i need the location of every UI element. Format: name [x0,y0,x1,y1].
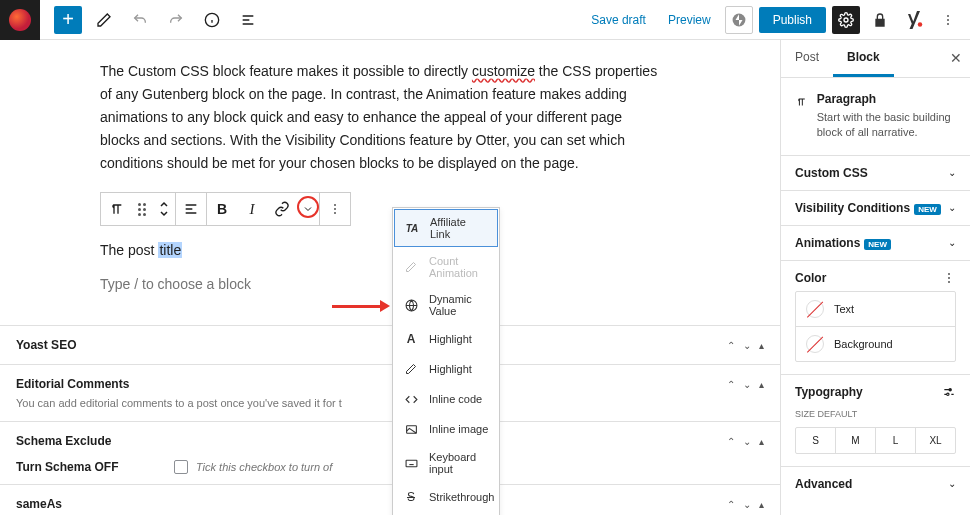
info-icon[interactable] [198,6,226,34]
schema-checkbox[interactable] [174,460,188,474]
dropdown-item-highlight[interactable]: Highlight [393,354,499,384]
paragraph-type-icon[interactable] [101,193,131,225]
close-sidebar-icon[interactable]: ✕ [950,50,962,66]
toolbar-right: Save draft Preview Publish [583,6,962,34]
globe-icon [403,297,419,313]
background-color-button[interactable]: Background [796,327,955,361]
svg-point-2 [844,18,848,22]
yoast-icon[interactable] [900,6,928,34]
edit-mode-icon[interactable] [90,6,118,34]
expand-down-icon[interactable]: ⌄ [743,340,751,351]
typography-panel[interactable]: Typography [781,375,970,403]
size-xl[interactable]: XL [916,428,955,453]
strike-icon: S [403,489,419,505]
more-options-icon[interactable] [934,6,962,34]
swatch-empty-icon [806,300,824,318]
schema-panel[interactable]: Schema Exclude ⌃ ⌄ ▴ [0,421,780,460]
dropdown-item-inline-image[interactable]: Inline image [393,414,499,444]
content-paragraph[interactable]: The Custom CSS block feature makes it po… [100,60,660,175]
sidebar-tabs: Post Block ✕ [781,40,970,78]
settings-sidebar: Post Block ✕ Paragraph Start with the ba… [780,40,970,515]
svg-point-3 [918,22,923,27]
plugin-icon-1[interactable] [866,6,894,34]
main-area: The Custom CSS block feature makes it po… [0,40,970,515]
tab-block[interactable]: Block [833,40,894,77]
redo-icon[interactable] [162,6,190,34]
collapse-up-icon[interactable]: ⌃ [727,379,735,390]
settings-icon[interactable] [832,6,860,34]
chevron-down-icon: ⌄ [948,202,956,213]
block-toolbar: B I [100,192,351,226]
publish-button[interactable]: Publish [759,7,826,33]
collapse-up-icon[interactable]: ⌃ [727,340,735,351]
custom-css-panel[interactable]: Custom CSS ⌄ [781,156,970,190]
pen-icon [403,259,419,275]
dropdown-item-inline-code[interactable]: Inline code [393,384,499,414]
expand-down-icon[interactable]: ⌄ [743,499,751,510]
italic-button[interactable]: I [237,193,267,225]
toolbar-left: + [0,0,262,40]
align-icon[interactable] [176,193,206,225]
advanced-panel[interactable]: Advanced ⌄ [781,467,970,501]
block-options-icon[interactable] [320,193,350,225]
paragraph-icon [795,92,807,112]
schema-toggle-row: Turn Schema OFF Tick this checkbox to tu… [0,460,780,484]
svg-rect-6 [406,460,417,467]
dropdown-item-count-animation: Count Animation [393,248,499,286]
size-s[interactable]: S [796,428,836,453]
bold-button[interactable]: B [207,193,237,225]
block-info: Paragraph Start with the basic building … [781,78,970,155]
dropdown-item-keyboard-input[interactable]: Keyboard input [393,444,499,482]
color-panel[interactable]: Color [781,261,970,291]
add-block-button[interactable]: + [54,6,82,34]
dropdown-item-strikethrough[interactable]: SStrikethrough [393,482,499,512]
top-toolbar: + Save draft Preview Publish [0,0,970,40]
undo-icon[interactable] [126,6,154,34]
editor-canvas[interactable]: The Custom CSS block feature makes it po… [0,40,780,515]
TA-icon: TA [404,220,420,236]
dropdown-item-affiliate-link[interactable]: TAAffiliate Link [394,209,498,247]
size-l[interactable]: L [876,428,916,453]
move-arrows-icon[interactable] [153,193,175,225]
jetpack-icon[interactable] [725,6,753,34]
chevron-down-icon: ⌄ [948,478,956,489]
collapse-up-icon[interactable]: ⌃ [727,499,735,510]
link-button[interactable] [267,193,297,225]
caret-up-icon[interactable]: ▴ [759,499,764,510]
chevron-down-icon: ⌄ [948,237,956,248]
size-buttons: S M L XL [795,427,956,454]
animations-panel[interactable]: AnimationsNEW ⌄ [781,226,970,260]
drag-handle-icon[interactable] [131,193,153,225]
dropdown-item-highlight[interactable]: AHighlight [393,324,499,354]
color-options-icon[interactable] [942,271,956,285]
formatting-dropdown: TAAffiliate LinkCount AnimationDynamic V… [392,207,500,515]
site-logo[interactable] [0,0,40,40]
caret-up-icon[interactable]: ▴ [759,436,764,447]
text-color-button[interactable]: Text [796,292,955,327]
editorial-panel[interactable]: Editorial Comments ⌃ ⌄ ▴ [0,364,780,397]
caret-up-icon[interactable]: ▴ [759,379,764,390]
dropdown-item-dynamic-value[interactable]: Dynamic Value [393,286,499,324]
expand-down-icon[interactable]: ⌄ [743,436,751,447]
size-m[interactable]: M [836,428,876,453]
preview-button[interactable]: Preview [660,7,719,33]
swatch-empty-icon [806,335,824,353]
A-icon: A [403,331,419,347]
yoast-panel[interactable]: Yoast SEO ⌃ ⌄ ▴ [0,325,780,364]
save-draft-button[interactable]: Save draft [583,7,654,33]
caret-up-icon[interactable]: ▴ [759,340,764,351]
image-icon [403,421,419,437]
meta-panels: Yoast SEO ⌃ ⌄ ▴ Editorial Comments ⌃ ⌄ ▴… [0,325,780,515]
more-formatting-button[interactable] [297,193,319,225]
sliders-icon[interactable] [942,385,956,399]
tab-post[interactable]: Post [781,40,833,77]
color-options: Text Background [795,291,956,362]
expand-down-icon[interactable]: ⌄ [743,379,751,390]
keyboard-icon [403,455,419,471]
collapse-up-icon[interactable]: ⌃ [727,436,735,447]
outline-icon[interactable] [234,6,262,34]
sameas-panel[interactable]: sameAs ⌃ ⌄ ▴ [0,484,780,515]
pen-icon [403,361,419,377]
visibility-panel[interactable]: Visibility ConditionsNEW ⌄ [781,191,970,225]
code-icon [403,391,419,407]
